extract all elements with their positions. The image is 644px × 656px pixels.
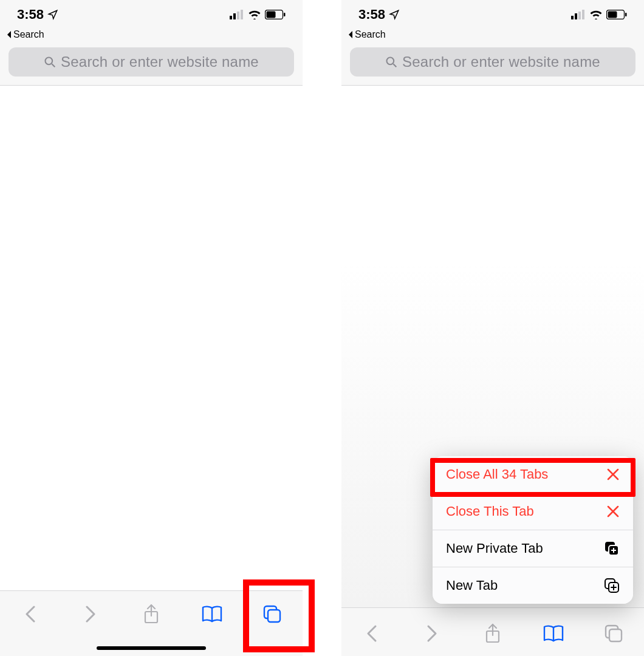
forward-button[interactable] bbox=[414, 621, 450, 646]
phone-screen-right: 3:58 bbox=[341, 0, 644, 656]
url-bar-area: Search or enter website name bbox=[0, 43, 303, 86]
status-left: 3:58 bbox=[17, 7, 58, 22]
share-icon bbox=[485, 623, 501, 644]
back-to-app-breadcrumb[interactable]: Search bbox=[0, 29, 303, 43]
forward-button[interactable] bbox=[72, 602, 109, 626]
location-arrow-icon bbox=[389, 9, 400, 20]
back-caret-icon bbox=[6, 31, 12, 38]
cellular-signal-icon bbox=[230, 10, 244, 19]
svg-rect-15 bbox=[575, 13, 577, 19]
close-icon bbox=[606, 468, 620, 481]
url-search-input[interactable]: Search or enter website name bbox=[9, 47, 294, 77]
back-app-label: Search bbox=[13, 29, 44, 40]
tabs-icon bbox=[604, 624, 623, 643]
svg-line-22 bbox=[393, 64, 396, 67]
phone-screen-left: 3:58 bbox=[0, 0, 303, 656]
back-caret-icon bbox=[348, 31, 354, 38]
svg-point-21 bbox=[387, 58, 394, 65]
svg-rect-2 bbox=[237, 12, 239, 19]
menu-close-this-tab[interactable]: Close This Tab bbox=[433, 493, 633, 530]
url-placeholder: Search or enter website name bbox=[402, 53, 600, 70]
svg-line-8 bbox=[52, 64, 55, 67]
new-tab-icon bbox=[604, 578, 620, 593]
book-icon bbox=[543, 625, 564, 642]
cellular-signal-icon bbox=[571, 10, 586, 19]
menu-label: New Tab bbox=[446, 578, 498, 593]
menu-label: Close All 34 Tabs bbox=[446, 466, 548, 482]
chevron-left-icon bbox=[25, 605, 36, 623]
status-left: 3:58 bbox=[358, 7, 400, 22]
wifi-icon bbox=[248, 10, 261, 19]
bookmarks-button[interactable] bbox=[535, 621, 572, 646]
tabs-icon bbox=[262, 604, 282, 624]
svg-rect-17 bbox=[582, 10, 584, 19]
tabs-button[interactable] bbox=[254, 602, 290, 626]
search-icon bbox=[44, 56, 56, 68]
status-time: 3:58 bbox=[17, 7, 44, 22]
svg-rect-3 bbox=[241, 10, 243, 19]
menu-label: New Private Tab bbox=[446, 541, 543, 556]
battery-icon bbox=[265, 10, 286, 19]
svg-rect-16 bbox=[578, 12, 581, 19]
chevron-right-icon bbox=[85, 605, 96, 623]
svg-rect-0 bbox=[230, 16, 232, 19]
back-to-app-breadcrumb[interactable]: Search bbox=[341, 29, 644, 43]
menu-new-private-tab[interactable]: New Private Tab bbox=[433, 530, 633, 567]
share-button[interactable] bbox=[133, 602, 170, 626]
status-right bbox=[571, 10, 627, 19]
menu-label: Close This Tab bbox=[446, 504, 534, 519]
chevron-left-icon bbox=[366, 624, 377, 643]
share-icon bbox=[143, 604, 159, 624]
status-bar: 3:58 bbox=[341, 0, 644, 29]
tabs-button[interactable] bbox=[595, 621, 632, 646]
status-time: 3:58 bbox=[358, 7, 385, 22]
url-search-input[interactable]: Search or enter website name bbox=[350, 47, 635, 77]
svg-rect-6 bbox=[284, 13, 286, 16]
url-placeholder: Search or enter website name bbox=[61, 53, 259, 70]
book-icon bbox=[202, 606, 222, 623]
bookmarks-button[interactable] bbox=[194, 602, 230, 626]
svg-rect-1 bbox=[233, 13, 236, 19]
chevron-right-icon bbox=[426, 624, 437, 643]
svg-rect-13 bbox=[268, 610, 280, 622]
menu-new-tab[interactable]: New Tab bbox=[433, 567, 633, 604]
status-bar: 3:58 bbox=[0, 0, 303, 29]
status-right bbox=[230, 10, 286, 19]
share-button[interactable] bbox=[474, 621, 511, 646]
svg-rect-27 bbox=[609, 629, 622, 641]
svg-point-7 bbox=[46, 58, 53, 65]
url-bar-area: Search or enter website name bbox=[341, 43, 644, 86]
menu-close-all-tabs[interactable]: Close All 34 Tabs bbox=[433, 456, 633, 493]
bottom-toolbar bbox=[341, 607, 644, 656]
svg-rect-19 bbox=[608, 12, 617, 18]
wifi-icon bbox=[589, 10, 603, 19]
back-button[interactable] bbox=[354, 621, 390, 646]
home-indicator[interactable] bbox=[97, 646, 206, 650]
tabs-context-menu: Close All 34 Tabs Close This Tab New Pri… bbox=[433, 456, 633, 604]
new-private-tab-icon bbox=[604, 541, 620, 556]
svg-rect-5 bbox=[267, 12, 276, 18]
battery-icon bbox=[606, 10, 627, 19]
location-arrow-icon bbox=[47, 9, 58, 20]
svg-rect-14 bbox=[571, 16, 574, 19]
close-icon bbox=[606, 505, 620, 518]
svg-rect-20 bbox=[625, 13, 627, 16]
bottom-toolbar bbox=[0, 590, 303, 656]
back-app-label: Search bbox=[355, 29, 386, 40]
search-icon bbox=[385, 56, 397, 68]
back-button[interactable] bbox=[12, 602, 49, 626]
